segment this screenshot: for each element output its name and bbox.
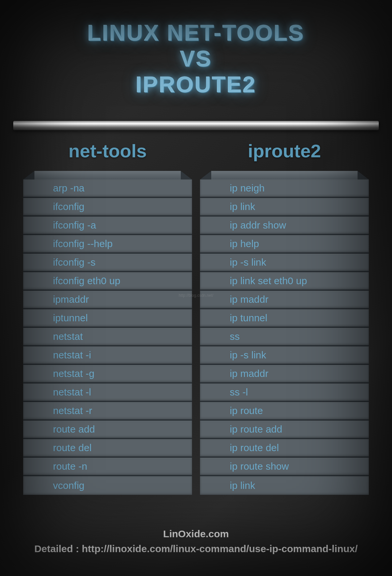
table-row: ip route del <box>200 439 369 458</box>
command-text: arp -na <box>53 183 84 194</box>
watermark-text: http://blog.csdn.net/ <box>179 293 214 298</box>
table-row: ip help <box>200 235 369 254</box>
table-row: netstat -g <box>23 365 192 384</box>
command-text: ip maddr <box>230 294 269 305</box>
footer-detail: Detailed : http://linoxide.com/linux-com… <box>0 541 392 556</box>
table-row: netstat -r <box>23 402 192 421</box>
table-row: ss <box>200 328 369 346</box>
command-text: ifconfig -a <box>53 220 96 231</box>
command-text: ifconfig <box>53 201 84 212</box>
column-net-tools: net-tools arp -naifconfigifconfig -aifco… <box>23 140 192 495</box>
table-row: ss -l <box>200 384 369 402</box>
command-text: route del <box>53 442 92 453</box>
table-row: ip maddr <box>200 365 369 384</box>
command-text: netstat -g <box>53 368 94 379</box>
command-text: ifconfig -s <box>53 257 95 268</box>
command-text: netstat -i <box>53 349 91 361</box>
table-row: ip link set eth0 up <box>200 272 369 291</box>
command-text: ipmaddr <box>53 294 89 305</box>
title-line-3: IPROUTE2 <box>0 72 392 97</box>
command-text: netstat -r <box>53 405 92 416</box>
table-row: ifconfig --help <box>23 235 192 254</box>
rows-iproute2: ip neighip linkip addr showip helpip -s … <box>200 180 369 495</box>
command-text: netstat -l <box>53 387 91 398</box>
table-row: ip maddr <box>200 291 369 309</box>
table-row: ip neigh <box>200 180 369 198</box>
table-row: ip route add <box>200 421 369 439</box>
command-text: ss -l <box>230 387 248 398</box>
command-text: ip maddr <box>230 368 269 379</box>
table-row: ip tunnel <box>200 309 369 328</box>
table-row: ifconfig eth0 up <box>23 272 192 291</box>
table-row: ip -s link <box>200 254 369 272</box>
table-row: ip link <box>200 198 369 217</box>
command-text: ip route del <box>230 442 279 453</box>
table-row: arp -na <box>23 180 192 198</box>
table-row: ifconfig <box>23 198 192 217</box>
command-text: ip tunnel <box>230 312 267 324</box>
table-row: route add <box>23 421 192 439</box>
table-row: ip link <box>200 476 369 495</box>
command-text: ip link <box>230 201 255 212</box>
table-row: route del <box>23 439 192 458</box>
command-text: netstat <box>53 331 83 342</box>
table-row: netstat -l <box>23 384 192 402</box>
rows-net-tools: arp -naifconfigifconfig -aifconfig --hel… <box>23 180 192 495</box>
command-text: ip route show <box>230 461 289 472</box>
table-row: ifconfig -s <box>23 254 192 272</box>
divider-bar <box>13 121 379 130</box>
command-text: ip route add <box>230 424 282 435</box>
title-line-1: LINUX NET-TOOLS <box>0 20 392 46</box>
command-text: ip neigh <box>230 183 265 194</box>
column-iproute2: iproute2 ip neighip linkip addr showip h… <box>200 140 369 495</box>
footer: LinOxide.com Detailed : http://linoxide.… <box>0 526 392 556</box>
command-text: iptunnel <box>53 312 88 324</box>
table-row: ip route <box>200 402 369 421</box>
table-row: ifconfig -a <box>23 217 192 235</box>
command-text: ip help <box>230 238 259 249</box>
table-row: ip -s link <box>200 346 369 365</box>
title-line-2: VS <box>0 46 392 72</box>
table-row: iptunnel <box>23 309 192 328</box>
column-header-net-tools: net-tools <box>23 140 192 162</box>
command-text: ip link <box>230 480 255 491</box>
table-row: ip route show <box>200 458 369 476</box>
column-header-iproute2: iproute2 <box>200 140 369 162</box>
table-row: netstat <box>23 328 192 346</box>
command-text: ifconfig eth0 up <box>53 275 120 287</box>
box-top-cap <box>23 171 192 180</box>
command-text: ip link set eth0 up <box>230 275 307 287</box>
box-top-cap <box>200 171 369 180</box>
command-text: ip -s link <box>230 349 266 361</box>
title-block: LINUX NET-TOOLS VS IPROUTE2 <box>0 0 392 111</box>
command-text: ss <box>230 331 240 342</box>
command-text: route -n <box>53 461 87 472</box>
table-row: vconfig <box>23 476 192 495</box>
table-row: ipmaddr <box>23 291 192 309</box>
table-row: ip addr show <box>200 217 369 235</box>
table-row: netstat -i <box>23 346 192 365</box>
footer-site: LinOxide.com <box>0 526 392 541</box>
command-text: route add <box>53 424 95 435</box>
command-text: ip -s link <box>230 257 266 268</box>
command-text: vconfig <box>53 480 84 491</box>
command-text: ifconfig --help <box>53 238 113 249</box>
table-row: route -n <box>23 458 192 476</box>
command-text: ip addr show <box>230 220 286 231</box>
command-text: ip route <box>230 405 263 416</box>
